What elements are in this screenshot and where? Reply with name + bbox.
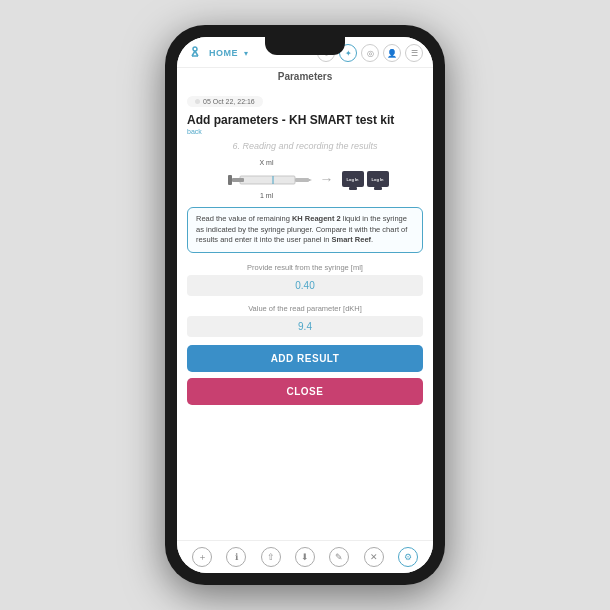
bottom-nav: ＋ ℹ ⇧ ⬇ ✎ ✕ ⚙ <box>177 540 433 573</box>
phone-notch <box>265 37 345 55</box>
content-area: 05 Oct 22, 22:16 Add parameters - KH SMA… <box>177 84 433 540</box>
user-icon[interactable]: 👤 <box>383 44 401 62</box>
info-text-3: . <box>371 235 373 244</box>
chevron-down-icon[interactable]: ▾ <box>244 49 248 58</box>
add-result-button[interactable]: ADD RESULT <box>187 345 423 372</box>
menu-icon[interactable]: ☰ <box>405 44 423 62</box>
screen-icons: Log In Log In <box>342 171 389 187</box>
info-bold-1: KH Reagent 2 <box>292 214 341 223</box>
dkh-value-section: Value of the read parameter [dKH] 9.4 <box>187 304 423 337</box>
phone-frame: HOME ▾ ↻ ✦ ◎ 👤 ☰ Parameters 05 Oct 22, 2… <box>165 25 445 585</box>
x-ml-label: X ml <box>260 159 274 166</box>
title-bar-label: Parameters <box>278 71 332 82</box>
svg-rect-7 <box>295 178 309 182</box>
close-button[interactable]: CLOSE <box>187 378 423 405</box>
nav-settings-icon[interactable]: ⚙ <box>398 547 418 567</box>
date-dot <box>195 99 200 104</box>
screen-icon-1: Log In <box>342 171 364 187</box>
page-main-title: Add parameters - KH SMART test kit <box>187 113 423 127</box>
info-text-1: Read the value of remaining <box>196 214 292 223</box>
nav-close-icon[interactable]: ✕ <box>364 547 384 567</box>
date-badge: 05 Oct 22, 22:16 <box>187 96 263 107</box>
phone-screen: HOME ▾ ↻ ✦ ◎ 👤 ☰ Parameters 05 Oct 22, 2… <box>177 37 433 573</box>
syringe-result-section: Provide result from the syringe [ml] 0.4… <box>187 263 423 296</box>
nav-share-icon[interactable]: ⇧ <box>261 547 281 567</box>
arrow-icon: → <box>320 171 334 187</box>
screen2-label: Log In <box>372 177 384 182</box>
one-ml-label: 1 ml <box>260 192 273 199</box>
svg-rect-4 <box>240 176 295 184</box>
app-logo-icon <box>187 43 203 63</box>
home-label[interactable]: HOME <box>209 48 238 58</box>
nav-edit-icon[interactable]: ✎ <box>329 547 349 567</box>
page-title-bar: Parameters <box>177 68 433 84</box>
dkh-value-label: Value of the read parameter [dKH] <box>187 304 423 313</box>
syringe-result-label: Provide result from the syringe [ml] <box>187 263 423 272</box>
dkh-value-display[interactable]: 9.4 <box>187 316 423 337</box>
syringe-area: X ml 1 ml <box>187 159 423 199</box>
syringe-result-value[interactable]: 0.40 <box>187 275 423 296</box>
svg-marker-8 <box>309 179 312 181</box>
syringe-illustration <box>222 168 312 190</box>
circle-icon[interactable]: ◎ <box>361 44 379 62</box>
svg-rect-6 <box>228 175 232 185</box>
svg-point-0 <box>193 47 197 51</box>
nav-info-icon[interactable]: ℹ <box>226 547 246 567</box>
svg-rect-5 <box>232 178 244 182</box>
info-bold-2: Smart Reef <box>332 235 372 244</box>
screen1-label: Log In <box>347 177 359 182</box>
screen-icon-2: Log In <box>367 171 389 187</box>
svg-rect-9 <box>272 176 274 184</box>
nav-add-icon[interactable]: ＋ <box>192 547 212 567</box>
back-link[interactable]: back <box>187 128 423 135</box>
info-box: Read the value of remaining KH Reagent 2… <box>187 207 423 253</box>
nav-download-icon[interactable]: ⬇ <box>295 547 315 567</box>
syringe-container: X ml 1 ml <box>222 159 312 199</box>
date-label: 05 Oct 22, 22:16 <box>203 98 255 105</box>
step-heading: 6. Reading and recording the results <box>187 141 423 151</box>
